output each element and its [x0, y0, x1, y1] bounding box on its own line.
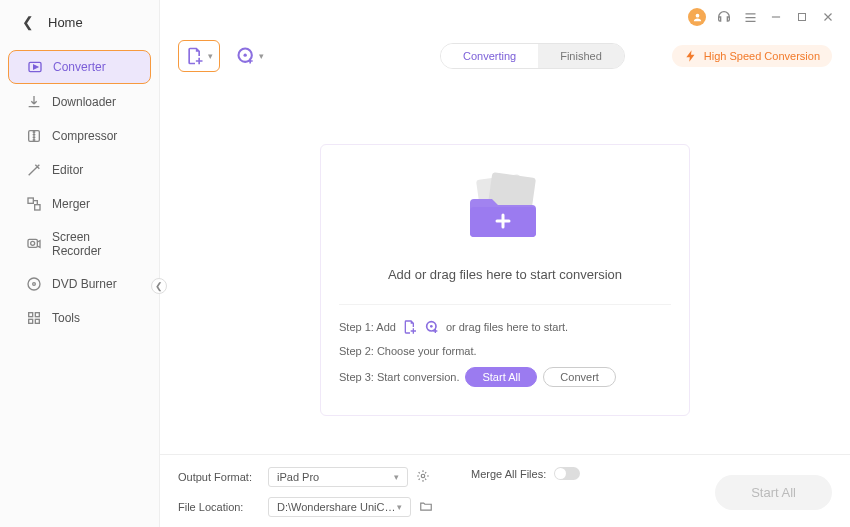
- maximize-icon[interactable]: [794, 9, 810, 25]
- footer: Output Format: iPad Pro ▾ File Location:…: [160, 454, 850, 527]
- drop-title: Add or drag files here to start conversi…: [339, 267, 671, 282]
- sidebar-item-label: Downloader: [52, 95, 116, 109]
- tabs: Converting Finished: [440, 43, 625, 69]
- toolbar: ▾ ▾ Converting Finished High Speed Conve…: [160, 34, 850, 84]
- step1-text-b: or drag files here to start.: [446, 321, 568, 333]
- caret-down-icon: ▾: [394, 472, 399, 482]
- svg-point-8: [33, 283, 36, 286]
- file-location-value: D:\Wondershare UniConverter 1: [277, 501, 397, 513]
- start-all-button[interactable]: Start All: [715, 475, 832, 510]
- output-format-value: iPad Pro: [277, 471, 319, 483]
- collapse-sidebar-icon[interactable]: ❮: [151, 278, 167, 294]
- back-icon[interactable]: ❮: [22, 14, 34, 30]
- sidebar-item-label: Editor: [52, 163, 83, 177]
- lightning-icon: [684, 49, 698, 63]
- output-format-select[interactable]: iPad Pro ▾: [268, 467, 408, 487]
- sidebar-item-compressor[interactable]: Compressor: [8, 120, 151, 152]
- add-disc-icon: [236, 46, 256, 66]
- close-icon[interactable]: [820, 9, 836, 25]
- sidebar-item-label: Compressor: [52, 129, 117, 143]
- add-disc-mini-icon[interactable]: [424, 319, 440, 335]
- main-area: ▾ ▾ Converting Finished High Speed Conve…: [160, 0, 850, 527]
- steps: Step 1: Add or drag files here to start.…: [339, 304, 671, 387]
- merge-toggle[interactable]: [554, 467, 580, 480]
- file-location-label: File Location:: [178, 501, 260, 513]
- open-folder-icon[interactable]: [419, 499, 433, 516]
- sidebar-item-editor[interactable]: Editor: [8, 154, 151, 186]
- home-label: Home: [48, 15, 83, 30]
- caret-down-icon: ▾: [208, 51, 213, 61]
- converter-icon: [27, 59, 43, 75]
- sidebar-item-converter[interactable]: Converter: [8, 50, 151, 84]
- svg-point-13: [695, 13, 699, 17]
- menu-icon[interactable]: [742, 9, 758, 25]
- add-files-button[interactable]: ▾: [178, 40, 220, 72]
- svg-rect-10: [35, 313, 39, 317]
- caret-down-icon: ▾: [397, 502, 402, 512]
- sidebar-item-dvd-burner[interactable]: DVD Burner: [8, 268, 151, 300]
- svg-rect-11: [29, 319, 33, 323]
- content-area: Add or drag files here to start conversi…: [160, 84, 850, 454]
- sidebar-item-tools[interactable]: Tools: [8, 302, 151, 334]
- output-settings-icon[interactable]: [416, 469, 430, 486]
- downloader-icon: [26, 94, 42, 110]
- editor-icon: [26, 162, 42, 178]
- svg-rect-4: [35, 205, 40, 210]
- step-2: Step 2: Choose your format.: [339, 345, 671, 357]
- step-3: Step 3: Start conversion. Start All Conv…: [339, 367, 671, 387]
- folder-illustration: [339, 169, 671, 249]
- svg-rect-9: [29, 313, 33, 317]
- dvd-burner-icon: [26, 276, 42, 292]
- drop-zone[interactable]: Add or drag files here to start conversi…: [320, 144, 690, 416]
- sidebar: ❮ Home Converter Downloader Compressor: [0, 0, 160, 527]
- sidebar-item-label: Screen Recorder: [52, 230, 137, 258]
- step-1: Step 1: Add or drag files here to start.: [339, 319, 671, 335]
- tab-finished[interactable]: Finished: [538, 44, 624, 68]
- step3-text: Step 3: Start conversion.: [339, 371, 459, 383]
- sidebar-item-merger[interactable]: Merger: [8, 188, 151, 220]
- start-all-pill-button[interactable]: Start All: [465, 367, 537, 387]
- add-file-mini-icon[interactable]: [402, 319, 418, 335]
- step2-text: Step 2: Choose your format.: [339, 345, 477, 357]
- svg-rect-12: [35, 319, 39, 323]
- home-row[interactable]: ❮ Home: [0, 0, 159, 44]
- merger-icon: [26, 196, 42, 212]
- sidebar-item-label: Converter: [53, 60, 106, 74]
- sidebar-item-label: DVD Burner: [52, 277, 117, 291]
- screen-recorder-icon: [26, 236, 42, 252]
- sidebar-item-label: Merger: [52, 197, 90, 211]
- tools-icon: [26, 310, 42, 326]
- add-file-icon: [185, 46, 205, 66]
- svg-point-22: [421, 474, 425, 478]
- output-format-label: Output Format:: [178, 471, 260, 483]
- high-speed-conversion-button[interactable]: High Speed Conversion: [672, 45, 832, 67]
- svg-point-6: [31, 241, 35, 245]
- svg-point-21: [430, 325, 433, 328]
- file-location-select[interactable]: D:\Wondershare UniConverter 1 ▾: [268, 497, 411, 517]
- avatar-icon[interactable]: [688, 8, 706, 26]
- merge-label: Merge All Files:: [471, 468, 546, 480]
- sidebar-item-label: Tools: [52, 311, 80, 325]
- svg-rect-5: [28, 239, 37, 247]
- svg-marker-1: [34, 65, 38, 69]
- svg-point-7: [28, 278, 40, 290]
- sidebar-item-screen-recorder[interactable]: Screen Recorder: [8, 222, 151, 266]
- svg-rect-3: [28, 198, 33, 203]
- hsc-label: High Speed Conversion: [704, 50, 820, 62]
- sidebar-nav: Converter Downloader Compressor Editor M…: [0, 50, 159, 334]
- caret-down-icon: ▾: [259, 51, 264, 61]
- svg-point-16: [244, 54, 247, 57]
- svg-rect-14: [799, 14, 806, 21]
- step1-text-a: Step 1: Add: [339, 321, 396, 333]
- support-icon[interactable]: [716, 9, 732, 25]
- sidebar-item-downloader[interactable]: Downloader: [8, 86, 151, 118]
- minimize-icon[interactable]: [768, 9, 784, 25]
- convert-pill-button[interactable]: Convert: [543, 367, 616, 387]
- compressor-icon: [26, 128, 42, 144]
- add-dvd-button[interactable]: ▾: [230, 41, 270, 71]
- tab-converting[interactable]: Converting: [441, 44, 538, 68]
- titlebar: [160, 0, 850, 34]
